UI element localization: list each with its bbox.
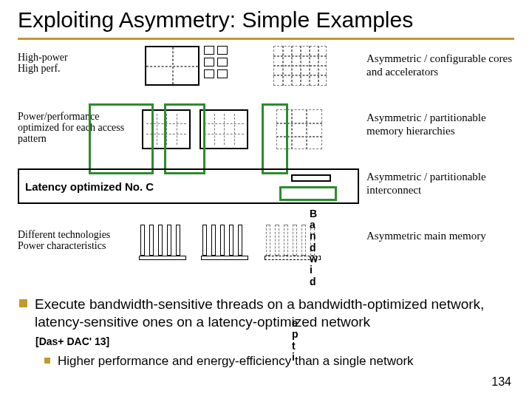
row3-mid: Latency optimized No. C (18, 164, 359, 217)
noc-label: Latency optimized No. C (25, 180, 154, 193)
row4-left-label: Different technologies Power characteris… (18, 229, 129, 252)
highlight-box-noc (279, 186, 337, 201)
mem-group-1 (140, 225, 185, 260)
mem-group-2 (202, 225, 247, 260)
title-underline (18, 38, 514, 40)
row1-left-label: High-power High perf. (18, 52, 129, 75)
row-main-memory: Different technologies Power characteris… (18, 223, 514, 276)
noc-small-box (291, 174, 331, 182)
scatter-letters-1: B a n d w i d (310, 208, 318, 288)
tiny-core-grid (273, 46, 327, 86)
bullet-icon (19, 299, 27, 307)
bullet-main: Execute bandwidth-sensitive threads on a… (19, 296, 514, 331)
row-cores: High-power High perf. (18, 46, 514, 99)
bullet-sub: Higher performance and energy-efficiency… (44, 353, 514, 369)
row1-right-label: Asymmetric / configurable cores and acce… (366, 52, 514, 78)
diagram: High-power High perf. (18, 46, 514, 275)
row2-right-label: Asymmetric / partitionable memory hierar… (366, 111, 514, 137)
row3-right-label: Asymmetric / partitionable interconnect (366, 170, 514, 197)
bullet-main-text: Execute bandwidth-sensitive threads on a… (35, 296, 514, 331)
slide: Exploiting Asymmetry: Simple Examples Hi… (0, 0, 532, 399)
noc-outer: Latency optimized No. C (18, 168, 359, 204)
slide-title: Exploiting Asymmetry: Simple Examples (18, 7, 514, 33)
page-number: 134 (491, 375, 511, 389)
bullets: Execute bandwidth-sensitive threads on a… (19, 296, 514, 373)
scatter-letters-2: e p t i (292, 318, 299, 364)
cache-block-b (200, 109, 248, 149)
row4-mid (136, 223, 359, 276)
big-core (145, 46, 200, 86)
bullet-icon-small (44, 358, 50, 364)
row4-right-label: Asymmetric main memory (366, 229, 514, 242)
citation: [Das+ DAC' 13] (35, 335, 514, 347)
row-interconnect: Latency optimized No. C Asymmetric / par… (18, 164, 514, 217)
row1-mid (136, 46, 359, 99)
bullet-sub-text: Higher performance and energy-efficiency… (58, 353, 414, 369)
